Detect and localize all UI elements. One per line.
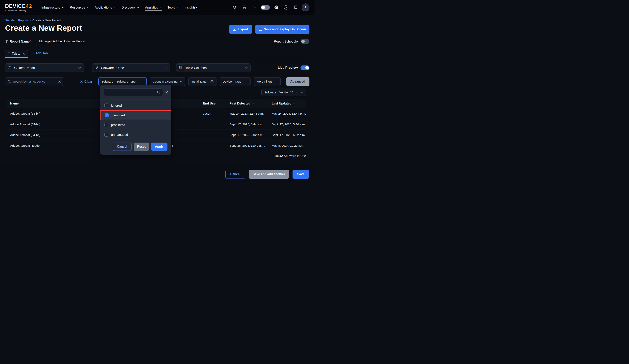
more-filters-dropdown[interactable]: More Filters — [254, 77, 281, 86]
install-date-filter[interactable]: Install Date — [188, 77, 216, 86]
option-ignored[interactable]: ignored — [100, 101, 171, 110]
text-format-icon: T — [5, 39, 7, 44]
column-header-first-detected[interactable]: First Detected — [229, 102, 272, 105]
user-avatar[interactable]: A — [302, 3, 310, 11]
column-header-end-user[interactable]: End User — [203, 102, 229, 105]
sort-icon — [218, 102, 221, 105]
object-type-select[interactable]: Software In Use — [92, 63, 170, 72]
checkbox-checked[interactable] — [105, 113, 109, 117]
close-popup-icon[interactable] — [165, 91, 168, 94]
checkbox-unchecked[interactable] — [104, 123, 108, 127]
clear-search-icon[interactable] — [58, 80, 61, 83]
save-and-add-another-button[interactable]: Save and add another — [249, 170, 289, 179]
column-header-name[interactable]: Name — [6, 102, 104, 105]
clear-label: Clear — [84, 80, 92, 84]
vendor-chip-label: Software→Vendor (4) — [264, 91, 293, 94]
nav-menu: Infrastructure Resources Applications Di… — [39, 4, 200, 11]
nav-item-analytics[interactable]: Analytics — [143, 4, 164, 11]
view-type-select[interactable]: Table Columns — [176, 63, 251, 72]
option-managed[interactable]: managed — [100, 110, 171, 120]
theme-toggle[interactable] — [261, 5, 270, 10]
cell-first-detected: Sept. 17, 2025, 5:44 a.m. — [229, 123, 272, 126]
option-prohibited[interactable]: prohibited — [100, 120, 171, 130]
option-unmanaged[interactable]: unmanaged — [100, 130, 171, 139]
live-preview-label: Live Preview — [278, 66, 298, 70]
software-type-filter-label: Software→Software Type — [101, 80, 135, 83]
nav-item-insights[interactable]: Insights+ — [182, 4, 200, 11]
tab-bar: Tab 1 + Add Tab — [5, 50, 310, 58]
report-schedule-toggle[interactable] — [301, 39, 310, 44]
bookmark-icon[interactable] — [292, 3, 300, 11]
search-icon[interactable] — [231, 3, 239, 11]
nav-item-infrastructure[interactable]: Infrastructure — [39, 4, 66, 11]
chevron-down-icon — [78, 67, 81, 69]
popup-reset-button[interactable]: Reset — [134, 143, 149, 151]
cell-end-user: Jason — [203, 112, 229, 115]
search-icon — [7, 80, 11, 83]
report-type-select[interactable]: Guided Report — [5, 63, 84, 72]
chevron-down-icon — [180, 81, 182, 82]
notifications-bell-icon[interactable] — [250, 3, 258, 11]
cancel-button[interactable]: Cancel — [225, 170, 245, 179]
column-header-last-updated[interactable]: Last Updated — [272, 102, 306, 105]
nav-item-label: Applications — [95, 6, 112, 9]
software-vendor-chip[interactable]: Software→Vendor (4) — [261, 89, 306, 96]
check-icon — [106, 114, 108, 116]
nav-item-resources[interactable]: Resources — [67, 4, 91, 11]
view-type-value: Table Columns — [185, 66, 207, 70]
checkbox-unchecked[interactable] — [104, 103, 108, 107]
help-icon[interactable]: ? — [282, 3, 290, 11]
advanced-button[interactable]: Advanced — [286, 77, 310, 86]
save-button[interactable]: Save — [293, 170, 309, 179]
save-and-display-button[interactable]: Save and Display On Screen — [255, 25, 310, 34]
report-name-input[interactable] — [36, 38, 248, 45]
remove-chip-icon[interactable] — [296, 91, 298, 94]
save-label: Save — [297, 173, 304, 176]
popup-search-input[interactable] — [107, 91, 157, 94]
breadcrumb-link-standard-reports[interactable]: Standard Reports — [5, 19, 29, 22]
live-preview-group: Live Preview — [278, 66, 310, 70]
table-search-input[interactable] — [13, 80, 56, 83]
cell-name: Adobe Acrobat (64-bit) — [6, 112, 104, 115]
settings-gear-icon[interactable] — [273, 3, 280, 11]
chevron-down-icon — [164, 67, 167, 69]
theme-toggle-knob — [261, 6, 265, 9]
popup-apply-button[interactable]: Apply — [151, 143, 167, 151]
tab-1[interactable]: Tab 1 — [5, 50, 28, 58]
add-tab-button[interactable]: + Add Tab — [32, 51, 48, 58]
clear-filters-button[interactable]: Clear — [80, 80, 92, 84]
brand-main: DEVICE — [5, 3, 26, 9]
cell-last-updated: May 8, 2024, 10:29 a.m. — [272, 144, 306, 147]
column-label: Name — [10, 102, 19, 105]
nav-item-discovery[interactable]: Discovery — [119, 4, 142, 11]
breadcrumb-separator: › — [30, 19, 31, 22]
chevron-down-icon[interactable] — [301, 92, 303, 93]
sort-icon — [20, 102, 23, 105]
chevron-down-icon — [87, 6, 89, 8]
breadcrumb: Standard Reports › Create a New Report — [5, 19, 310, 22]
device42-logo[interactable]: DEVICE42 A Freshworks Company — [5, 3, 32, 12]
software-type-filter[interactable]: Software→Software Type — [98, 77, 147, 86]
popup-option-list: ignored managed prohibited unmanaged — [100, 99, 171, 141]
device-tags-filter[interactable]: Device→Tags — [220, 77, 251, 86]
chevron-down-icon — [141, 81, 144, 82]
key-icon — [93, 64, 100, 71]
popup-search-row — [100, 85, 171, 99]
top-navigation: DEVICE42 A Freshworks Company Infrastruc… — [0, 0, 314, 15]
popup-search-box — [104, 88, 163, 96]
reset-label: Reset — [137, 145, 146, 148]
help-glyph: ? — [284, 5, 288, 9]
nav-item-tools[interactable]: Tools — [165, 4, 181, 11]
page: DEVICE42 A Freshworks Company Infrastruc… — [0, 0, 314, 182]
edit-pencil-icon[interactable] — [21, 52, 25, 56]
popup-cancel-button[interactable]: Cancel — [113, 143, 132, 151]
live-preview-toggle[interactable] — [301, 66, 310, 70]
report-name-label: Report Name* — [9, 40, 31, 43]
search-icon — [157, 91, 160, 94]
count-in-licensing-filter[interactable]: Count in Licensing — [150, 77, 185, 86]
nav-utilities: ? A — [231, 3, 310, 11]
export-button[interactable]: Export — [229, 25, 252, 34]
globe-icon[interactable] — [241, 3, 248, 11]
nav-item-applications[interactable]: Applications — [92, 4, 118, 11]
checkbox-unchecked[interactable] — [104, 133, 108, 137]
